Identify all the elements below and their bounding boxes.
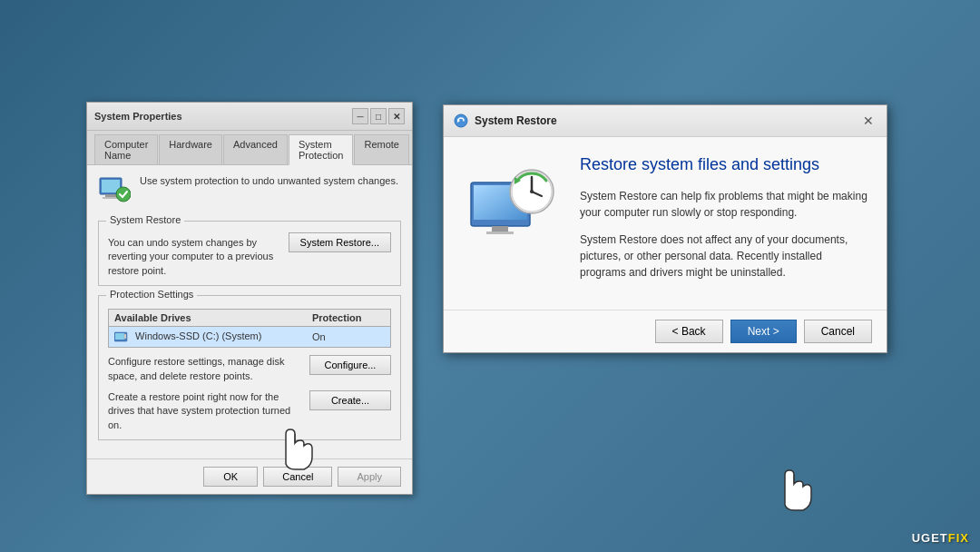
- system-restore-row: You can undo system changes by reverting…: [108, 232, 391, 278]
- system-restore-button[interactable]: System Restore...: [289, 232, 391, 252]
- col-drive-header: Available Drives: [114, 312, 312, 323]
- svg-rect-2: [105, 194, 116, 197]
- sr-title: System Restore: [475, 114, 557, 127]
- svg-rect-7: [124, 334, 126, 339]
- sr-titlebar: System Restore ✕: [444, 105, 887, 137]
- sr-desc1: System Restore can help fix problems tha…: [580, 188, 868, 221]
- system-restore-label: System Restore: [106, 214, 184, 225]
- window-content: Use system protection to undo unwanted s…: [87, 165, 412, 458]
- sr-titlebar-left: System Restore: [453, 113, 557, 129]
- minimize-button[interactable]: ─: [352, 108, 368, 124]
- configure-button[interactable]: Configure...: [309, 355, 391, 375]
- protection-settings-label: Protection Settings: [106, 289, 197, 300]
- desktop: System Properties ─ □ ✕ Computer Name Ha…: [0, 0, 980, 552]
- drive-protection: On: [312, 331, 385, 342]
- sr-body: Restore system files and settings System…: [444, 137, 887, 310]
- system-properties-title: System Properties: [94, 111, 182, 122]
- col-protection-header: Protection: [312, 312, 385, 323]
- apply-button[interactable]: Apply: [338, 467, 401, 487]
- watermark-text1: UGET: [912, 531, 948, 545]
- tab-advanced[interactable]: Advanced: [223, 134, 288, 164]
- system-icon: [98, 174, 131, 210]
- ok-button[interactable]: OK: [203, 467, 258, 487]
- cursor-hand-2: [767, 461, 812, 516]
- protection-settings-section: Protection Settings Available Drives Pro…: [98, 295, 401, 440]
- titlebar-controls: ─ □ ✕: [352, 108, 405, 124]
- sr-cancel-button[interactable]: Cancel: [804, 320, 872, 343]
- sr-image-area: [462, 155, 562, 291]
- maximize-button[interactable]: □: [370, 108, 387, 124]
- sr-content: Restore system files and settings System…: [580, 155, 868, 291]
- tab-remote[interactable]: Remote: [354, 134, 409, 164]
- close-button[interactable]: ✕: [388, 108, 405, 124]
- system-properties-window: System Properties ─ □ ✕ Computer Name Ha…: [86, 102, 413, 495]
- tab-computer-name[interactable]: Computer Name: [94, 134, 158, 164]
- drive-name: Windows-SSD (C:) (System): [114, 330, 312, 343]
- bottom-buttons: OK Cancel Apply: [87, 458, 412, 494]
- sr-close-button[interactable]: ✕: [859, 112, 877, 130]
- svg-point-22: [530, 190, 534, 193]
- svg-point-4: [116, 187, 131, 202]
- svg-rect-6: [115, 333, 124, 340]
- sr-footer: < Back Next > Cancel: [444, 310, 887, 352]
- next-button[interactable]: Next >: [730, 320, 797, 343]
- cursor-hand-1: [268, 420, 313, 475]
- sr-desc2: System Restore does not affect any of yo…: [580, 232, 868, 281]
- system-restore-section: System Restore You can undo system chang…: [98, 221, 401, 286]
- create-button[interactable]: Create...: [309, 390, 391, 410]
- sr-heading: Restore system files and settings: [580, 155, 868, 175]
- configure-text: Configure restore settings, manage disk …: [108, 355, 302, 383]
- watermark-text2: FIX: [948, 531, 969, 545]
- create-row: Create a restore point right now for the…: [108, 390, 391, 432]
- table-row[interactable]: Windows-SSD (C:) (System) On: [109, 327, 390, 347]
- system-restore-text: You can undo system changes by reverting…: [108, 236, 281, 278]
- tab-system-protection[interactable]: System Protection: [289, 134, 354, 165]
- description-row: Use system protection to undo unwanted s…: [98, 174, 401, 210]
- system-properties-titlebar: System Properties ─ □ ✕: [87, 103, 412, 131]
- table-header: Available Drives Protection: [109, 310, 390, 327]
- tabs-container: Computer Name Hardware Advanced System P…: [87, 131, 412, 165]
- back-button[interactable]: < Back: [655, 320, 723, 343]
- watermark: UGETFIX: [912, 531, 969, 545]
- drives-table: Available Drives Protection Windows-SSD …: [108, 309, 391, 348]
- description-text: Use system protection to undo unwanted s…: [140, 174, 398, 188]
- svg-rect-15: [492, 226, 508, 232]
- configure-row: Configure restore settings, manage disk …: [108, 355, 391, 383]
- tab-hardware[interactable]: Hardware: [159, 134, 222, 164]
- svg-point-10: [455, 114, 467, 127]
- svg-rect-16: [486, 232, 514, 234]
- system-restore-window: System Restore ✕: [443, 104, 887, 353]
